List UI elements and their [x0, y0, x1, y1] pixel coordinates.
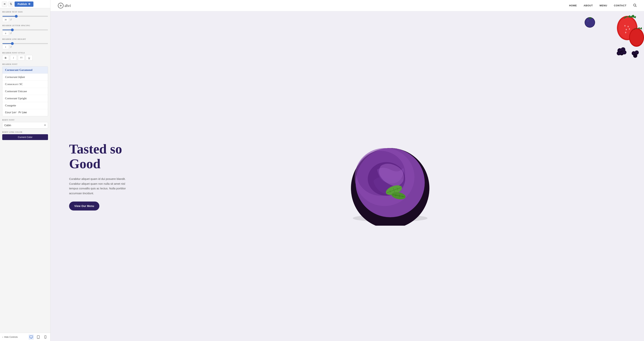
header-text-size-value-box: 30 ↺: [2, 17, 48, 22]
header-text-size-group: HEADER TEXT SIZE 30 ↺: [2, 11, 48, 22]
font-list-item-courier-prime[interactable]: Courier Prime: [2, 109, 48, 116]
logo-circle: D: [58, 3, 64, 9]
header-line-height-value-box: 1 ↺: [2, 45, 48, 49]
header-text-size-slider-row: [2, 14, 48, 17]
header-line-height-slider[interactable]: [2, 43, 48, 44]
site-nav: HOME ABOUT MENU CONTACT: [569, 4, 636, 8]
header-line-height-slider-container: [2, 41, 48, 45]
top-bar: ✕ ⇅ Publish ⚙: [0, 0, 50, 8]
italic-button[interactable]: I: [10, 55, 17, 61]
body-link-color-label: BODY LINK COLOR: [2, 131, 48, 133]
underline-button[interactable]: U: [26, 55, 32, 61]
view-icons: [28, 334, 48, 340]
body-font-select[interactable]: Cabin Open Sans Lato Roboto: [2, 122, 48, 128]
svg-point-34: [632, 51, 636, 55]
header-letter-spacing-slider-container: [2, 28, 48, 31]
header-line-height-slider-row: [2, 41, 48, 45]
uppercase-button[interactable]: TT: [18, 55, 25, 61]
hero-body: Curabitur aliquet quam id dui posuere bl…: [69, 176, 127, 196]
hero-image: [136, 11, 644, 341]
svg-point-35: [635, 51, 639, 55]
svg-point-24: [619, 51, 624, 55]
svg-point-13: [617, 16, 638, 40]
svg-point-20: [629, 28, 644, 47]
publish-button[interactable]: Publish ⚙: [14, 2, 34, 7]
header-letter-spacing-label: HEADER LETTER SPACING: [2, 25, 48, 27]
svg-point-18: [629, 28, 630, 30]
tablet-view-icon[interactable]: [36, 334, 41, 340]
svg-point-23: [621, 47, 625, 52]
header-letter-spacing-value: 0: [2, 31, 9, 36]
svg-point-38: [636, 52, 638, 53]
gear-icon: ⚙: [28, 3, 30, 6]
font-list-item-cormorant-sc[interactable]: Cormorant SC: [2, 81, 48, 88]
sort-icon[interactable]: ⇅: [8, 2, 14, 7]
font-style-row: B I TT U: [2, 55, 48, 61]
desktop-view-icon[interactable]: [28, 334, 34, 340]
bowl-image: [344, 132, 437, 226]
header-text-size-slider-container: [2, 14, 48, 17]
main-area: D divi HOME ABOUT MENU CONTACT Tasted so…: [50, 0, 644, 341]
font-list-item-cormorant-garamond[interactable]: Cormorant Garamond: [2, 67, 48, 74]
nav-home[interactable]: HOME: [569, 4, 577, 7]
header-letter-spacing-slider[interactable]: [2, 30, 48, 30]
svg-point-19: [625, 32, 626, 33]
mobile-view-icon[interactable]: [43, 334, 48, 340]
header-text-size-reset[interactable]: ↺: [10, 18, 12, 21]
cta-label: View Our Menu: [74, 205, 94, 207]
hero-text: Tasted so Good Curabitur aliquet quam id…: [50, 11, 136, 341]
body-link-color-button[interactable]: Current Color: [2, 134, 48, 140]
nav-contact[interactable]: CONTACT: [614, 4, 626, 7]
font-list-item-cormorant-infant[interactable]: Cormorant Infant: [2, 74, 48, 81]
svg-line-8: [636, 6, 636, 7]
svg-point-31: [621, 52, 622, 54]
header-font-label: HEADER FONT: [2, 63, 48, 65]
nav-menu[interactable]: MENU: [600, 4, 607, 7]
hide-controls-label: Hide Controls: [4, 336, 18, 338]
close-icon[interactable]: ✕: [2, 2, 7, 7]
svg-point-22: [618, 48, 622, 53]
site-header: D divi HOME ABOUT MENU CONTACT: [50, 0, 644, 11]
bottom-bar: ‹ Hide Controls: [0, 333, 50, 341]
svg-point-15: [624, 25, 626, 27]
cta-button[interactable]: View Our Menu: [69, 202, 99, 210]
body-font-label: BODY FONT: [2, 119, 48, 121]
svg-point-9: [584, 17, 595, 28]
svg-point-10: [585, 18, 594, 27]
svg-point-25: [617, 51, 621, 55]
header-line-height-reset[interactable]: ↺: [10, 46, 12, 48]
body-link-color-group: BODY LINK COLOR Current Color: [2, 131, 48, 140]
svg-point-27: [619, 50, 620, 51]
svg-point-14: [618, 17, 636, 39]
svg-point-11: [587, 20, 589, 22]
header-line-height-group: HEADER LINE HEIGHT 1 ↺: [2, 38, 48, 49]
chevron-icon: ‹: [2, 336, 3, 338]
svg-rect-0: [30, 336, 33, 338]
header-letter-spacing-reset[interactable]: ↺: [10, 32, 12, 35]
bold-button[interactable]: B: [2, 55, 9, 61]
svg-point-28: [620, 49, 622, 51]
controls-area: HEADER TEXT SIZE 30 ↺ HEADER LETTER SPAC…: [0, 8, 50, 333]
font-list-item-cormorant-unicase[interactable]: Cormorant Unicase: [2, 88, 48, 95]
header-line-height-label: HEADER LINE HEIGHT: [2, 38, 48, 40]
site-logo: D divi: [58, 3, 71, 9]
font-list-item-courgette[interactable]: Courgette: [2, 102, 48, 109]
font-list-item-cormorant-upright[interactable]: Cormorant Upright: [2, 95, 48, 102]
svg-point-29: [622, 49, 624, 50]
hide-controls-button[interactable]: ‹ Hide Controls: [2, 336, 18, 338]
logo-text: divi: [64, 3, 71, 8]
search-icon[interactable]: [633, 4, 636, 8]
svg-point-7: [634, 4, 636, 6]
svg-point-6: [45, 338, 46, 338]
header-letter-spacing-group: HEADER LETTER SPACING 0 ↺: [2, 25, 48, 36]
svg-point-26: [622, 50, 626, 54]
left-panel: ✕ ⇅ Publish ⚙ HEADER TEXT SIZE 30 ↺ HEAD…: [0, 0, 50, 341]
svg-point-12: [589, 17, 592, 19]
header-line-height-value: 1: [2, 45, 9, 49]
header-text-size-slider[interactable]: [2, 16, 48, 17]
nav-about[interactable]: ABOUT: [584, 4, 593, 7]
svg-point-17: [626, 29, 627, 30]
svg-point-30: [622, 49, 623, 50]
body-link-color-label-text: Current Color: [18, 136, 32, 139]
svg-point-32: [618, 53, 620, 54]
